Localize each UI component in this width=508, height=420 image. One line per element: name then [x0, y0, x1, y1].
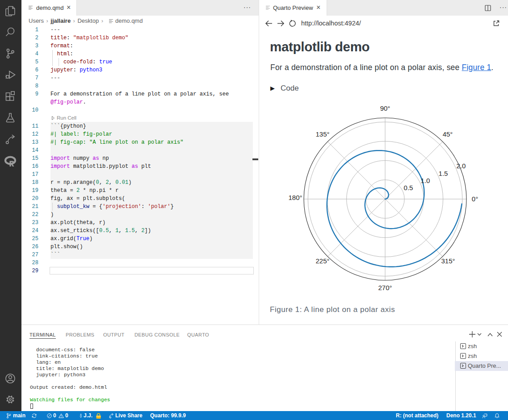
svg-text:225°: 225°	[315, 257, 329, 265]
svg-text:1.0: 1.0	[421, 177, 430, 184]
svg-text:90°: 90°	[380, 104, 390, 112]
svg-text:0°: 0°	[472, 195, 478, 203]
svg-text:45°: 45°	[443, 130, 453, 138]
svg-text:180°: 180°	[288, 194, 302, 201]
svg-text:0.5: 0.5	[404, 184, 413, 191]
svg-text:2.0: 2.0	[457, 162, 466, 170]
svg-text:315°: 315°	[441, 257, 455, 265]
svg-text:1.5: 1.5	[439, 170, 448, 177]
svg-text:135°: 135°	[315, 130, 329, 138]
svg-text:270°: 270°	[378, 284, 392, 291]
